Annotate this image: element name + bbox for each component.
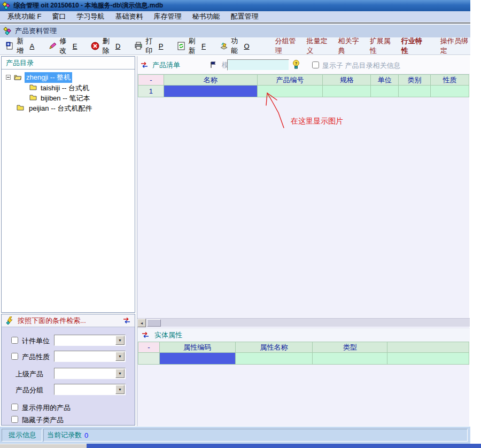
tree-item-zhengji[interactable]: zhengji -- 整机 bbox=[2, 72, 135, 82]
col-category[interactable]: 类别 bbox=[399, 75, 431, 86]
folder-icon bbox=[29, 84, 37, 90]
col-extra[interactable] bbox=[387, 342, 469, 353]
extended-attr-link[interactable]: 扩展属性 bbox=[370, 36, 394, 56]
window-bottom-edge bbox=[0, 444, 87, 448]
scrollbar-thumb[interactable] bbox=[147, 319, 161, 327]
tree-item-bijiben-label[interactable]: bijiben -- 笔记本 bbox=[39, 93, 91, 104]
parent-product-label: 上级产品 bbox=[15, 369, 43, 379]
nature-filter-dropdown[interactable]: ▼ bbox=[54, 351, 126, 362]
chevron-down-icon[interactable]: ▼ bbox=[115, 336, 125, 345]
chevron-down-icon[interactable]: ▼ bbox=[115, 369, 125, 378]
show-disabled-label: 显示停用的产品 bbox=[22, 403, 71, 413]
nature-cell[interactable] bbox=[431, 86, 469, 97]
print-icon bbox=[134, 42, 143, 50]
form-caption-bar: 产品资料管理 bbox=[0, 24, 470, 37]
product-catalog-header: 产品目录 bbox=[2, 57, 135, 69]
unit-filter-dropdown[interactable]: ▼ bbox=[54, 335, 126, 346]
record-count-panel: 当前记录数 0 bbox=[43, 429, 468, 442]
status-message-panel: 提示信息 bbox=[2, 429, 42, 442]
row-number-cell[interactable] bbox=[138, 353, 160, 365]
unit-filter-checkbox[interactable] bbox=[11, 337, 18, 344]
batch-define-link[interactable]: 批量定义 bbox=[307, 36, 331, 56]
parent-product-dropdown[interactable]: ▼ bbox=[54, 368, 126, 379]
name-cell-selected[interactable] bbox=[164, 86, 257, 97]
menu-config[interactable]: 配置管理 bbox=[226, 11, 264, 22]
swap-icon[interactable] bbox=[123, 318, 130, 323]
menu-inventory[interactable]: 库存管理 bbox=[149, 11, 187, 22]
unit-cell[interactable] bbox=[371, 86, 399, 97]
menu-bar: 系统功能 F 窗口 学习导航 基础资料 库存管理 秘书功能 配置管理 bbox=[0, 11, 470, 22]
attr-code-cell-selected[interactable] bbox=[159, 353, 235, 365]
category-cell[interactable] bbox=[399, 86, 431, 97]
scroll-left-arrow-icon[interactable]: ◄ bbox=[137, 319, 146, 327]
col-name[interactable]: 名称 bbox=[164, 75, 257, 86]
refresh-button[interactable]: 刷新F bbox=[177, 36, 206, 56]
function-button[interactable]: 功能O bbox=[220, 36, 250, 56]
col-spec[interactable]: 规格 bbox=[323, 75, 371, 86]
nature-filter-checkbox[interactable] bbox=[11, 353, 18, 360]
group-manage-link[interactable]: 分组管理 bbox=[275, 36, 299, 56]
horizontal-scrollbar[interactable]: ◄ bbox=[137, 318, 470, 327]
toolbar: 新增A 修改E 删除D 打印P bbox=[0, 37, 470, 55]
attr-name-cell[interactable] bbox=[235, 353, 313, 365]
edit-button[interactable]: 修改E bbox=[48, 36, 77, 56]
chevron-down-icon[interactable]: ▼ bbox=[115, 385, 125, 394]
print-button[interactable]: 打印P bbox=[134, 36, 163, 56]
col-product-code[interactable]: 产品编号 bbox=[257, 75, 323, 86]
delete-button-label: 删除 bbox=[102, 36, 112, 56]
add-button-label: 新增 bbox=[17, 36, 27, 56]
tree-item-zhengji-label[interactable]: zhengji -- 整机 bbox=[25, 72, 72, 83]
tree-item-bijiben[interactable]: bijiben -- 笔记本 bbox=[2, 92, 135, 103]
industry-feature-link[interactable]: 行业特性 bbox=[401, 36, 425, 56]
tree-item-peijian-label[interactable]: peijian -- 台式机配件 bbox=[27, 103, 94, 114]
menu-base-data[interactable]: 基础资料 bbox=[110, 11, 149, 22]
operator-bind-link[interactable]: 操作员绑定 bbox=[440, 36, 470, 56]
related-dict-link[interactable]: 相关字典 bbox=[338, 36, 362, 56]
attr-type-cell[interactable] bbox=[313, 353, 387, 365]
col-nature[interactable]: 性质 bbox=[431, 75, 469, 86]
entity-grid-row-1 bbox=[138, 353, 469, 365]
menu-secretary[interactable]: 秘书功能 bbox=[187, 11, 226, 22]
col-unit[interactable]: 单位 bbox=[371, 75, 399, 86]
tree-item-taishiji-label[interactable]: taishiji -- 台式机 bbox=[39, 83, 91, 94]
fuzzy-query-input[interactable] bbox=[227, 59, 289, 71]
menu-learning-nav[interactable]: 学习导航 bbox=[72, 11, 110, 22]
status-bar: 提示信息 当前记录数 0 bbox=[0, 426, 470, 444]
attr-extra-cell[interactable] bbox=[387, 353, 469, 365]
spec-cell[interactable] bbox=[323, 86, 371, 97]
taskbar-strip bbox=[87, 444, 481, 448]
new-icon bbox=[5, 42, 14, 50]
col-row-indicator[interactable]: - bbox=[138, 342, 160, 353]
product-group-dropdown[interactable]: ▼ bbox=[54, 384, 126, 395]
function-button-label: 功能 bbox=[231, 36, 241, 56]
open-folder-icon bbox=[14, 74, 21, 80]
menu-system[interactable]: 系统功能 F bbox=[2, 11, 47, 22]
delete-button[interactable]: 删除D bbox=[91, 36, 120, 56]
row-number-cell[interactable]: 1 bbox=[138, 86, 164, 97]
collapse-icon[interactable] bbox=[6, 75, 11, 80]
swap-icon[interactable] bbox=[141, 62, 148, 68]
show-sub-checkbox[interactable] bbox=[312, 61, 319, 68]
hide-subclass-checkbox[interactable] bbox=[11, 416, 18, 423]
col-attr-type[interactable]: 类型 bbox=[313, 342, 387, 353]
refresh-icon bbox=[177, 42, 185, 50]
show-disabled-checkbox[interactable] bbox=[11, 404, 18, 411]
help-lamp-icon[interactable]: ? bbox=[292, 60, 300, 69]
main-area: 产品目录 zhengji -- 整机 bbox=[0, 55, 470, 426]
tree-item-taishiji[interactable]: taishiji -- 台式机 bbox=[2, 82, 135, 92]
app-icon bbox=[2, 2, 11, 10]
window-title: 综合管理 oit 20150610 - 本地服务-db\演示信息.mdb bbox=[13, 1, 163, 10]
col-attr-code[interactable]: 属性编码 bbox=[159, 342, 235, 353]
print-button-label: 打印 bbox=[145, 36, 156, 56]
add-button[interactable]: 新增A bbox=[5, 36, 34, 56]
chevron-down-icon[interactable]: ▼ bbox=[115, 352, 125, 361]
menu-window[interactable]: 窗口 bbox=[47, 11, 72, 22]
product-list-title: 产品清单 bbox=[152, 60, 180, 70]
product-grid: - 名称 产品编号 规格 单位 类别 性质 1 bbox=[138, 74, 469, 97]
col-row-indicator[interactable]: - bbox=[138, 75, 164, 86]
swap-icon[interactable] bbox=[142, 332, 149, 338]
tree-item-peijian[interactable]: peijian -- 台式机配件 bbox=[2, 103, 135, 113]
annotation-text: 在这里显示图片 bbox=[291, 117, 343, 126]
col-attr-name[interactable]: 属性名称 bbox=[235, 342, 313, 353]
condition-search-header: 按照下面的条件检索... bbox=[2, 314, 135, 327]
